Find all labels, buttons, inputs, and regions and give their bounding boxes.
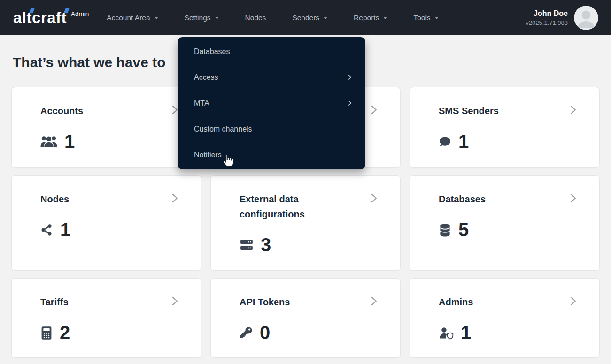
- top-navbar: altcraft Admin Account Area Settings Nod…: [0, 0, 611, 35]
- menu-label: Tools: [413, 14, 430, 22]
- menu-label: Settings: [185, 14, 211, 22]
- card-title: Accounts: [40, 103, 153, 118]
- chevron-right-icon[interactable]: [168, 192, 180, 204]
- card-api-tokens[interactable]: API Tokens 0: [210, 278, 401, 358]
- user-avatar[interactable]: [574, 6, 598, 30]
- dropdown-item-notifiers[interactable]: Notifiers: [178, 142, 365, 168]
- card-title: External data configurations: [240, 192, 352, 222]
- user-info: John Doe v2025.1.71.983: [526, 9, 568, 26]
- menu-item-tools[interactable]: Tools: [413, 14, 438, 22]
- dropdown-item-label: Access: [194, 73, 218, 82]
- dropdown-item-label: MTA: [194, 99, 209, 108]
- chevron-right-icon[interactable]: [367, 104, 379, 116]
- server-icon: [240, 239, 254, 251]
- brand-text: al: [13, 9, 27, 27]
- chevron-right-icon[interactable]: [168, 295, 180, 307]
- menu-label: Nodes: [245, 14, 266, 22]
- card-count: 3: [261, 234, 271, 256]
- share-nodes-icon: [40, 224, 53, 236]
- dropdown-item-label: Custom channels: [194, 125, 252, 133]
- menu-label: Senders: [292, 14, 319, 22]
- app-version: v2025.1.71.983: [526, 19, 568, 26]
- menu-item-settings[interactable]: Settings: [185, 14, 219, 22]
- menu-item-account-area[interactable]: Account Area: [107, 14, 158, 22]
- user-shield-icon: [439, 326, 454, 340]
- card-title: Nodes: [40, 192, 153, 207]
- card-accounts[interactable]: Accounts 1: [11, 87, 201, 168]
- count-row: 2: [40, 322, 178, 343]
- card-title: SMS Senders: [439, 103, 551, 118]
- caret-down-icon: [215, 17, 219, 19]
- card-title: Admins: [439, 294, 551, 310]
- card-count: 1: [64, 131, 75, 152]
- chevron-right-icon: [346, 74, 353, 81]
- brand-t-accented: t: [62, 9, 67, 27]
- menu-item-reports[interactable]: Reports: [354, 14, 387, 22]
- brand-t-accented: t: [27, 9, 32, 27]
- card-title: Databases: [439, 192, 551, 207]
- menu-label: Account Area: [107, 14, 150, 22]
- chevron-right-icon: [346, 100, 353, 107]
- dropdown-item-access[interactable]: Access: [178, 64, 365, 90]
- count-row: 1: [439, 131, 576, 152]
- caret-down-icon: [324, 17, 327, 19]
- dropdown-item-mta[interactable]: MTA: [178, 90, 365, 116]
- card-count: 2: [60, 322, 70, 343]
- card-admins[interactable]: Admins 1: [410, 278, 600, 358]
- chevron-right-icon[interactable]: [367, 192, 379, 204]
- card-external-data-configurations[interactable]: External data configurations 3: [210, 175, 401, 271]
- caret-down-icon: [383, 17, 387, 19]
- count-row: 1: [40, 219, 178, 240]
- main-menu: Account Area Settings Nodes Senders Repo…: [107, 14, 438, 22]
- users-icon: [40, 135, 57, 148]
- card-count: 5: [458, 219, 469, 240]
- altcraft-logo[interactable]: altcraft Admin: [13, 9, 89, 27]
- chevron-right-icon[interactable]: [566, 295, 579, 307]
- card-count: 0: [260, 322, 270, 343]
- caret-down-icon: [155, 17, 158, 19]
- chevron-right-icon[interactable]: [566, 104, 579, 116]
- chevron-right-icon[interactable]: [566, 192, 579, 204]
- brand-wordmark: altcraft: [13, 9, 67, 27]
- settings-dropdown-menu: Databases Access MTA Custom channels Not…: [178, 37, 365, 169]
- card-count: 1: [461, 322, 471, 343]
- calculator-icon: [40, 326, 53, 340]
- menu-item-nodes[interactable]: Nodes: [245, 14, 266, 22]
- dropdown-item-label: Notifiers: [194, 151, 222, 159]
- card-sms-senders[interactable]: SMS Senders 1: [410, 87, 600, 168]
- brand-text: craf: [32, 9, 62, 27]
- avatar-silhouette-icon: [574, 6, 598, 30]
- caret-down-icon: [435, 17, 439, 19]
- chevron-right-icon[interactable]: [367, 295, 379, 307]
- card-databases[interactable]: Databases 5: [410, 175, 600, 271]
- dropdown-item-custom-channels[interactable]: Custom channels: [178, 116, 365, 142]
- menu-item-senders[interactable]: Senders: [292, 14, 327, 22]
- key-icon: [240, 326, 253, 340]
- dropdown-item-databases[interactable]: Databases: [178, 39, 365, 64]
- count-row: 0: [240, 322, 377, 343]
- count-row: 3: [240, 234, 377, 256]
- database-icon: [439, 223, 451, 237]
- card-title: Tariffs: [40, 294, 153, 310]
- count-row: 1: [40, 131, 178, 152]
- count-row: 1: [439, 322, 576, 343]
- user-name: John Doe: [526, 9, 568, 18]
- admin-suffix-label: Admin: [71, 10, 89, 17]
- menu-label: Reports: [354, 14, 379, 22]
- dropdown-item-label: Databases: [194, 47, 230, 56]
- page-title: That’s what we have to: [13, 54, 166, 70]
- card-count: 1: [60, 219, 70, 240]
- card-count: 1: [458, 131, 469, 152]
- card-title: API Tokens: [240, 294, 352, 310]
- comment-icon: [439, 135, 451, 148]
- card-nodes[interactable]: Nodes 1: [11, 175, 201, 271]
- card-tariffs[interactable]: Tariffs 2: [11, 278, 201, 358]
- user-block[interactable]: John Doe v2025.1.71.983: [526, 6, 598, 30]
- count-row: 5: [439, 219, 576, 240]
